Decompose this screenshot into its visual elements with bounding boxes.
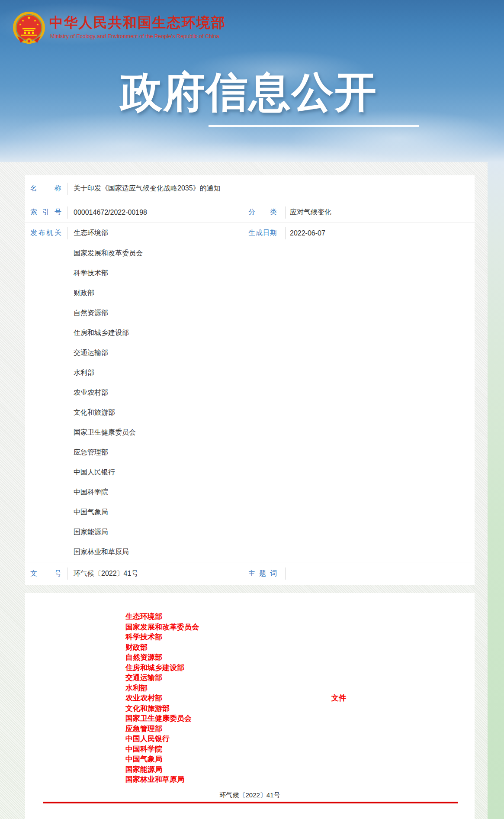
letterhead-agency: 住房和城乡建设部 <box>125 663 199 673</box>
issuer-agency-row: 中国气象局 <box>25 502 475 522</box>
issuer-agency-row: 国家发展和改革委员会 <box>25 243 475 263</box>
issuer-agency-name: 国家能源局 <box>74 528 108 537</box>
table-row-doc-number: 文号 环气候〔2022〕41号 主题词 <box>25 562 475 585</box>
letterhead-agency: 中国科学院 <box>125 744 199 755</box>
issuer-agency-row: 中国人民银行 <box>25 462 475 482</box>
page: 中华人民共和国生态环境部 Ministry of Ecology and Env… <box>0 0 504 819</box>
issuer-agency-row: 中国科学院 <box>25 482 475 502</box>
issuer-agency-name: 科学技术部 <box>74 269 108 278</box>
letterhead-agency: 中国人民银行 <box>125 734 199 744</box>
issuer-agency-name: 水利部 <box>74 368 94 377</box>
issuer-agency-name: 国家发展和改革委员会 <box>74 249 143 258</box>
site-header: 中华人民共和国生态环境部 Ministry of Ecology and Env… <box>0 0 504 45</box>
index-label: 索引号 <box>30 208 61 217</box>
letterhead-agency: 国家发展和改革委员会 <box>125 622 199 632</box>
issuer-agency-name: 农业农村部 <box>74 388 108 397</box>
issuer-agency-name: 交通运输部 <box>74 348 108 358</box>
category-label: 分类 <box>248 208 277 217</box>
date-value: 2022-06-07 <box>290 229 325 237</box>
issuer-agency-name: 应急管理部 <box>74 448 108 457</box>
info-table-card: 名称 关于印发《国家适应气候变化战略2035》的通知 索引号 000014672… <box>25 175 475 585</box>
vertical-divider <box>285 567 286 580</box>
page-title: 政府信息公开 <box>120 71 377 113</box>
ministry-name-english: Ministry of Ecology and Environment of t… <box>50 33 219 39</box>
category-value: 应对气候变化 <box>290 208 331 217</box>
issuer-agency-name: 自然资源部 <box>74 309 108 318</box>
table-row-name: 名称 关于印发《国家适应气候变化战略2035》的通知 <box>25 175 475 202</box>
issuer-agency-row: 水利部 <box>25 363 475 383</box>
issuer-agency-name: 中国人民银行 <box>74 468 115 477</box>
letterhead-agency: 应急管理部 <box>125 724 199 734</box>
letterhead-agency: 国家卫生健康委员会 <box>125 713 199 724</box>
doc-number-label: 文号 <box>30 569 61 578</box>
letterhead-agency: 自然资源部 <box>125 652 199 663</box>
issuer-value: 生态环境部 <box>74 229 108 238</box>
issuer-agency-row: 应急管理部 <box>25 442 475 462</box>
issuer-agency-name: 住房和城乡建设部 <box>74 329 129 338</box>
letterhead-doc-number: 环气候〔2022〕41号 <box>25 791 475 800</box>
issuer-label: 发布机关 <box>30 229 61 238</box>
issuer-agency-name: 中国科学院 <box>74 488 108 497</box>
vertical-divider <box>285 206 286 219</box>
issuer-agency-row: 财政部 <box>25 283 475 303</box>
letterhead-agency: 科学技术部 <box>125 632 199 642</box>
name-value: 关于印发《国家适应气候变化战略2035》的通知 <box>74 184 221 193</box>
letterhead-agency-list: 生态环境部 国家发展和改革委员会 科学技术部 财政部 自然资源部 住房和城乡建设… <box>125 612 199 785</box>
letterhead-agency: 交通运输部 <box>125 673 199 683</box>
issuer-agency-name: 财政部 <box>74 289 94 298</box>
issuer-agency-row: 文化和旅游部 <box>25 403 475 422</box>
doc-number-value: 环气候〔2022〕41号 <box>74 569 138 578</box>
title-underline-decoration <box>209 125 419 127</box>
letterhead-card: 生态环境部 国家发展和改革委员会 科学技术部 财政部 自然资源部 住房和城乡建设… <box>25 593 475 819</box>
index-value: 000014672/2022-00198 <box>74 209 147 216</box>
issuer-agency-row: 交通运输部 <box>25 343 475 363</box>
issuer-agency-row: 住房和城乡建设部 <box>25 323 475 343</box>
issuer-agency-name: 中国气象局 <box>74 508 108 517</box>
date-label: 生成日期 <box>248 229 277 238</box>
national-emblem-logo[interactable] <box>13 12 45 45</box>
issuer-agency-row: 国家林业和草原局 <box>25 542 475 562</box>
letterhead-agency: 国家林业和草原局 <box>125 774 199 785</box>
vertical-divider <box>67 183 67 195</box>
letterhead-agency: 生态环境部 <box>125 612 199 622</box>
issuer-agency-row: 国家能源局 <box>25 522 475 542</box>
letterhead-agency: 农业农村部 <box>125 693 199 703</box>
letterhead-agency: 财政部 <box>125 642 199 653</box>
table-row-index: 索引号 000014672/2022-00198 分类 应对气候变化 <box>25 202 475 223</box>
vertical-divider <box>285 227 286 239</box>
letterhead-agency: 文化和旅游部 <box>125 703 199 714</box>
issuer-agency-row: 国家卫生健康委员会 <box>25 422 475 442</box>
issuer-agency-name: 文化和旅游部 <box>74 408 115 417</box>
issuer-agency-name: 国家卫生健康委员会 <box>74 428 136 437</box>
vertical-divider <box>67 227 67 239</box>
table-row-issuer: 发布机关 生态环境部 生成日期 2022-06-07 <box>25 223 475 243</box>
issuer-agency-row: 农业农村部 <box>25 383 475 403</box>
letterhead-agency: 国家能源局 <box>125 764 199 775</box>
ministry-name[interactable]: 中华人民共和国生态环境部 <box>49 13 226 32</box>
letterhead-agency: 水利部 <box>125 683 199 693</box>
name-label: 名称 <box>30 184 61 193</box>
issuer-agency-name: 国家林业和草原局 <box>74 548 129 557</box>
vertical-divider <box>67 206 67 219</box>
vertical-divider <box>67 567 67 580</box>
letterhead-doc-type: 文件 <box>331 693 346 703</box>
letterhead-red-rule <box>43 802 458 803</box>
issuer-agency-row: 科学技术部 <box>25 263 475 283</box>
issuer-agency-row: 自然资源部 <box>25 303 475 323</box>
subject-label: 主题词 <box>248 569 277 578</box>
letterhead-agency: 中国气象局 <box>125 754 199 764</box>
issuer-agency-list: 国家发展和改革委员会 科学技术部 财政部 自然资源部 住房和城乡建设部 <box>25 243 475 562</box>
